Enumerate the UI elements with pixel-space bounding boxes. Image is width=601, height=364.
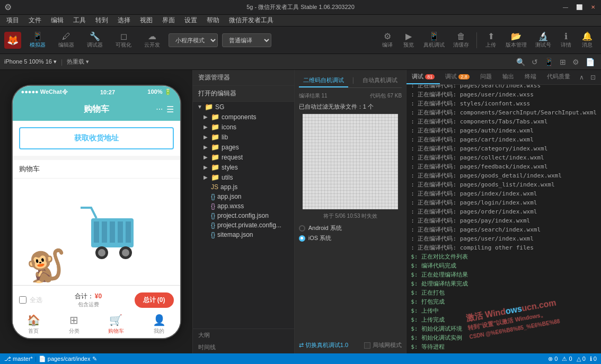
timeline-section[interactable]: 时间线 [193, 341, 294, 353]
tree-project-private[interactable]: ▶ {} project.private.config... [193, 220, 294, 230]
test-btn[interactable]: 🔬 测试号 [532, 30, 554, 50]
console-tab-quality[interactable]: 代码质量 [542, 70, 576, 84]
switch-debug-btn[interactable]: ⇄ 切换真机调试1.0 [299, 341, 348, 349]
close-btn[interactable]: ✕ [589, 4, 597, 11]
hotreload-btn[interactable]: 热重载 ▾ [67, 58, 89, 66]
git-branch[interactable]: ⎇ master* [4, 356, 33, 362]
open-editors-header[interactable]: 打开的编辑器 [193, 86, 294, 102]
console-output[interactable]: : 正在编译代码: pages/login/index.wxss: 正在编译代码… [406, 85, 601, 353]
compile-action-btn[interactable]: ⚙ 编译 [378, 30, 397, 50]
menu-item-工具[interactable]: 工具 [69, 15, 90, 26]
menu-item-设置[interactable]: 设置 [180, 15, 201, 26]
tab-profile[interactable]: 👤 我的 [153, 314, 166, 335]
expand-icon[interactable]: ⊡ [588, 73, 598, 82]
console-tab-output[interactable]: 输出 [497, 70, 519, 84]
simulator-icon: 📱 [32, 31, 43, 41]
tree-icons[interactable]: ▶ 📁 icons [193, 122, 294, 132]
select-all-checkbox[interactable] [19, 296, 26, 304]
tree-lib[interactable]: ▶ 📁 lib [193, 132, 294, 142]
console-tab-problems[interactable]: 问题 [475, 70, 497, 84]
visual-btn[interactable]: ◻ 可视化 [111, 30, 136, 50]
info-count[interactable]: △ 0 [577, 356, 586, 362]
tab-home-label: 首页 [28, 327, 39, 335]
search-icon[interactable]: 🔍 [514, 57, 527, 67]
android-radio[interactable] [299, 225, 305, 232]
details-btn[interactable]: ℹ 详情 [556, 30, 576, 50]
menu-item-选择[interactable]: 选择 [113, 15, 135, 26]
messages-btn[interactable]: 🔔 消息 [578, 30, 597, 50]
warning-count[interactable]: ⚠ 0 [562, 356, 572, 362]
tab-home[interactable]: 🏠 首页 [27, 314, 40, 335]
qr-tab-auto-debug[interactable]: 自动真机调试 [358, 74, 402, 87]
editor-btn[interactable]: 🖊 编辑器 [54, 31, 78, 50]
console-tab-debug2[interactable]: 调试 2,8 [440, 70, 475, 84]
tree-app-js[interactable]: ▶ JS app.js [193, 182, 294, 192]
ios-option[interactable]: iOS 系统 [299, 234, 402, 242]
nav-more-icon[interactable]: ··· [156, 104, 163, 114]
phone-icon[interactable]: 📱 [542, 57, 555, 67]
tree-components[interactable]: ▶ 📁 components [193, 112, 294, 122]
other-count[interactable]: ℹ 0 [590, 356, 597, 362]
menu-item-微信开发者工具[interactable]: 微信开发者工具 [225, 15, 278, 26]
phone-carrier: ●●●●● WeChat令 [21, 88, 68, 96]
refresh-icon[interactable]: ↺ [529, 57, 540, 67]
console-line: : 正在编译代码: pages/user/index.wxml [411, 234, 597, 243]
minimize-btn[interactable]: — [562, 4, 569, 11]
tree-pages[interactable]: ▶ 📁 pages [193, 142, 294, 152]
tree-app-json[interactable]: ▶ {} app.json [193, 192, 294, 201]
outline-section[interactable]: 大纲 [193, 329, 294, 341]
android-option[interactable]: Android 系统 [299, 224, 402, 232]
menu-item-帮助[interactable]: 帮助 [202, 15, 224, 26]
console-tab-debug1[interactable]: 调试 81 [406, 70, 440, 84]
menu-item-界面[interactable]: 界面 [158, 15, 179, 26]
error-count[interactable]: ⊗ 0 [548, 356, 558, 362]
version-mgmt-btn[interactable]: 📂 版本管理 [502, 30, 530, 50]
tab-cart[interactable]: 🛒 购物车 [108, 314, 124, 335]
tree-root[interactable]: ▼ 📁 SG [193, 102, 294, 112]
cart-section-header: 购物车 [13, 160, 180, 179]
tree-app-wxss[interactable]: ▶ {} app.wxss [193, 201, 294, 211]
console-tab-terminal[interactable]: 终端 [519, 70, 542, 84]
preview-btn[interactable]: ▶ 预览 [399, 30, 418, 50]
utils-arrow: ▶ [204, 174, 209, 180]
upload-btn[interactable]: ⬆ 上传 [481, 30, 500, 50]
local-network-checkbox[interactable] [364, 342, 370, 349]
menu-item-视图[interactable]: 视图 [136, 15, 157, 26]
resource-manager-header[interactable]: 资源管理器 [193, 70, 294, 86]
lib-folder-icon: 📁 [211, 133, 219, 141]
address-button[interactable]: 获取收货地址 [19, 127, 174, 149]
tab-category[interactable]: ⊞ 分类 [69, 314, 79, 335]
tree-sitemap[interactable]: ▶ {} sitemap.json [193, 230, 294, 239]
simulator-btn[interactable]: 📱 模拟器 [25, 30, 50, 50]
file-icon[interactable]: 📄 [584, 57, 597, 67]
tree-styles[interactable]: ▶ 📁 styles [193, 162, 294, 172]
compile-select[interactable]: 普通编译 自定义编译 [222, 33, 271, 47]
collapse-icon[interactable]: ∧ [577, 73, 586, 82]
qr-code-image [303, 114, 398, 209]
user-avatar[interactable]: 🦊 [4, 32, 21, 49]
layout-icon[interactable]: ⊞ [558, 57, 568, 67]
nav-menu-icon[interactable]: ☰ [166, 104, 174, 114]
app-title: 5g - 微信开发者工具 Stable 1.06.2303220 [246, 3, 355, 11]
outline-label: 大纲 [198, 332, 210, 338]
maximize-btn[interactable]: ⬜ [576, 4, 583, 11]
clear-cache-btn[interactable]: 🗑 清缓存 [450, 31, 472, 50]
menu-item-编辑[interactable]: 编辑 [47, 15, 68, 26]
real-debug-btn[interactable]: 📱 真机调试 [420, 30, 448, 50]
checkout-button[interactable]: 总计 (0) [135, 292, 174, 308]
tree-request[interactable]: ▶ 📁 request [193, 152, 294, 162]
debugger-btn[interactable]: 🔧 调试器 [83, 30, 107, 50]
mode-select[interactable]: 小程序模式 插件模式 [169, 33, 218, 47]
tree-project-config[interactable]: ▶ {} project.config.json [193, 211, 294, 220]
preview-icon: ▶ [405, 31, 412, 41]
compile-action-icon: ⚙ [384, 31, 391, 41]
qr-tab-qr-debug[interactable]: 二维码自机调试 [299, 74, 348, 87]
tree-utils[interactable]: ▶ 📁 utils [193, 172, 294, 182]
cloud-btn[interactable]: ☁ 云开发 [140, 30, 164, 50]
menu-item-文件[interactable]: 文件 [24, 15, 46, 26]
menu-item-转到[interactable]: 转到 [91, 15, 112, 26]
ios-radio[interactable] [299, 235, 305, 242]
menu-item-项目[interactable]: 项目 [2, 15, 23, 26]
settings-icon[interactable]: ⚙ [570, 57, 581, 67]
request-folder-icon: 📁 [211, 153, 219, 161]
